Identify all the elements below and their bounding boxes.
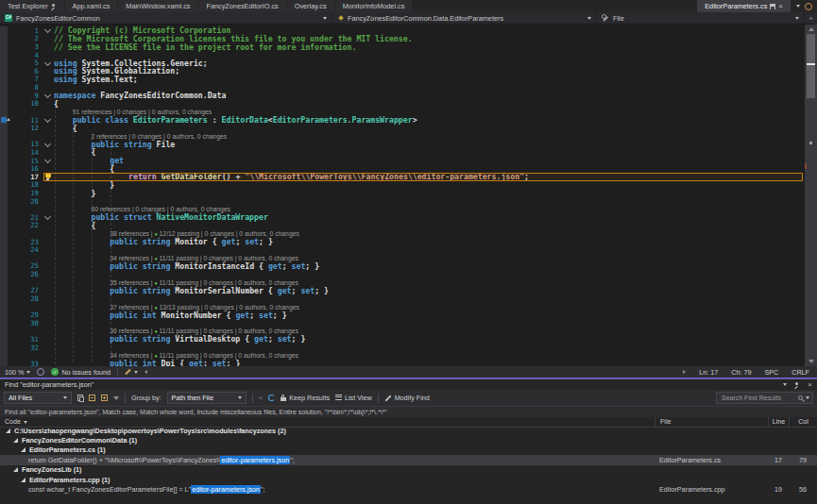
collapse-chevron-icon[interactable] xyxy=(44,157,51,163)
copy-icon[interactable] xyxy=(77,395,83,401)
code-line[interactable]: 10{ xyxy=(0,99,805,108)
group-header-code[interactable]: Code xyxy=(5,418,27,426)
save-icon[interactable] xyxy=(770,4,775,9)
code-line[interactable]: 32 xyxy=(0,344,805,352)
status-column[interactable]: Ch: 79 xyxy=(731,368,751,377)
tab-overlay-cs[interactable]: Overlay.cs xyxy=(287,0,334,12)
issues-indicator[interactable]: No issues found xyxy=(51,368,111,377)
tree-expander-icon[interactable] xyxy=(13,438,18,443)
keep-results-button[interactable]: Keep Results xyxy=(281,394,330,402)
collapse-all-icon[interactable] xyxy=(101,395,108,401)
scrollbar-thumb[interactable] xyxy=(807,34,815,98)
code-line[interactable]: 12{ xyxy=(0,124,805,132)
find-group-row[interactable]: EditorParameters.cs (1) xyxy=(0,445,817,455)
collapse-chevron-icon[interactable] xyxy=(44,116,51,123)
codelens-text[interactable]: 91 references | 0 changes | 0 authors, 0… xyxy=(73,109,213,115)
code-line[interactable]: 23public string Monitor { get; set; } xyxy=(0,238,805,246)
type-dropdown[interactable]: FancyZonesEditorCommon.Data.EditorParame… xyxy=(332,12,597,24)
tree-expander-icon[interactable] xyxy=(21,478,26,482)
navigate-back-icon[interactable] xyxy=(145,370,147,374)
code-line[interactable]: 3// See the LICENSE file in the project … xyxy=(0,42,805,51)
tree-expander-icon[interactable] xyxy=(13,467,18,472)
find-group-row[interactable]: EditorParameters.cpp (1) xyxy=(0,475,817,484)
find-group-row[interactable]: C:\Users\zhaopengwang\Desktop\powertoys\… xyxy=(0,426,817,435)
status-line[interactable]: Ln: 17 xyxy=(699,368,718,377)
modify-find-button[interactable]: Modify Find xyxy=(384,394,430,402)
codelens-text[interactable]: 35 references | ● 11/11 passing | 0 chan… xyxy=(110,279,298,286)
member-dropdown[interactable]: File xyxy=(597,12,805,24)
codelens-text[interactable]: 36 references | ● 11/11 passing | 0 chan… xyxy=(110,328,298,334)
tab-test-explorer[interactable]: Test Explorer xyxy=(0,0,64,12)
editor-vertical-scrollbar[interactable] xyxy=(805,25,817,366)
lightbulb-icon[interactable] xyxy=(45,173,51,180)
code-line[interactable]: 13public string File xyxy=(0,141,805,149)
codelens-text[interactable]: 34 references | ● 11/11 passing | 0 chan… xyxy=(110,352,298,359)
code-line[interactable]: 21public struct NativeMonitorDataWrapper xyxy=(0,213,805,222)
close-icon[interactable] xyxy=(808,380,812,389)
code-line[interactable]: 17return GetDataFolder() + "\\Microsoft\… xyxy=(0,173,805,181)
status-line-ending[interactable]: CRLF xyxy=(791,368,809,377)
find-result-row[interactable]: const wchar_t FancyZonesEditorParameters… xyxy=(0,484,817,494)
collapse-chevron-icon[interactable] xyxy=(44,26,51,33)
chevron-down-icon[interactable] xyxy=(806,396,809,399)
collapse-chevron-icon[interactable] xyxy=(44,141,51,147)
tab-mainwindow-xaml-cs[interactable]: MainWindow.xaml.cs xyxy=(118,0,197,12)
scroll-up-icon[interactable] xyxy=(808,27,814,31)
find-group-row[interactable]: FancyZonesLib (1) xyxy=(0,465,817,475)
tab-editorparameters-cs[interactable]: EditorParameters.cs xyxy=(697,0,791,12)
codelens-text[interactable]: 38 references | ● 12/12 passing | 0 chan… xyxy=(110,230,299,237)
split-window-button[interactable] xyxy=(805,12,817,24)
code-line[interactable]: 29public int MonitorNumber { get; set; } xyxy=(0,311,805,319)
notification-icon[interactable] xyxy=(805,3,812,10)
codelens-text[interactable]: 60 references | 0 changes | 0 authors, 0… xyxy=(92,206,231,212)
code-editor[interactable]: 1// Copyright (c) Microsoft Corporation2… xyxy=(0,25,817,366)
search-find-results-input[interactable] xyxy=(720,394,795,402)
list-view-button[interactable]: List View xyxy=(335,394,372,402)
code-line[interactable]: 18} xyxy=(0,181,805,190)
code-line[interactable]: 27public string MonitorSerialNumber { ge… xyxy=(0,287,805,295)
tab-fancyzoneseditorio-cs[interactable]: FancyZonesEditorIO.cs xyxy=(198,0,285,12)
close-icon[interactable] xyxy=(778,2,783,10)
tree-expander-icon[interactable] xyxy=(21,447,26,452)
code-line[interactable]: 24 xyxy=(0,245,805,254)
code-line[interactable]: 22{ xyxy=(0,222,805,230)
document-list-chevron-icon[interactable] xyxy=(796,5,800,8)
health-indicator-icon[interactable] xyxy=(37,368,44,376)
zoom-selector[interactable]: 100 % xyxy=(5,368,30,377)
code-line[interactable]: 7using System.Text; xyxy=(0,76,805,84)
expand-all-icon[interactable] xyxy=(89,395,95,401)
codelens-text[interactable]: 34 references | ● 11/11 passing | 0 chan… xyxy=(110,255,298,261)
scroll-down-icon[interactable] xyxy=(808,360,814,363)
code-line[interactable]: 9namespace FancyZonesEditorCommon.Data xyxy=(0,92,805,100)
code-line[interactable]: 19} xyxy=(0,189,805,197)
pin-icon[interactable] xyxy=(51,4,57,9)
ink-tool-button[interactable] xyxy=(125,371,138,374)
find-results-titlebar[interactable]: Find "editor-parameters.json" xyxy=(0,379,817,390)
pin-icon[interactable] xyxy=(794,382,800,388)
group-by-dropdown[interactable]: Path then File xyxy=(167,392,247,404)
code-line[interactable]: 20 xyxy=(0,197,805,206)
tree-expander-icon[interactable] xyxy=(6,428,10,433)
filter-icon[interactable] xyxy=(113,396,119,400)
codelens-text[interactable]: 2 references | 0 changes | 0 authors, 0 … xyxy=(92,133,228,140)
collapse-chevron-icon[interactable] xyxy=(44,92,51,98)
collapse-chevron-icon[interactable] xyxy=(44,59,51,66)
codelens-text[interactable]: 37 references | ● 13/13 passing | 0 chan… xyxy=(110,304,299,311)
code-line[interactable]: 28 xyxy=(0,294,805,303)
clear-results-icon[interactable] xyxy=(259,394,264,402)
expand-status-icon[interactable] xyxy=(683,370,686,374)
tab-app-xaml-cs[interactable]: App.xaml.cs xyxy=(65,0,118,12)
find-result-row[interactable]: return GetDataFolder() + "\\Microsoft\\P… xyxy=(0,455,817,464)
search-icon[interactable] xyxy=(798,395,803,400)
project-dropdown[interactable]: FancyZonesEditorCommon xyxy=(0,12,332,24)
code-line[interactable]: 15get xyxy=(0,157,805,165)
tab-monitorinfomodel-cs[interactable]: MonitorInfoModel.cs xyxy=(335,0,413,12)
refresh-icon[interactable] xyxy=(268,395,275,401)
collapse-chevron-icon[interactable] xyxy=(44,213,51,220)
status-encoding[interactable]: SPC xyxy=(764,368,778,377)
window-position-chevron-icon[interactable] xyxy=(783,383,787,386)
scope-dropdown[interactable]: All Files xyxy=(4,392,72,404)
code-line[interactable]: 25public string MonitorInstanceId { get;… xyxy=(0,262,805,271)
code-line[interactable]: 26 xyxy=(0,270,805,278)
code-line[interactable]: 31public string VirtualDesktop { get; se… xyxy=(0,335,805,344)
